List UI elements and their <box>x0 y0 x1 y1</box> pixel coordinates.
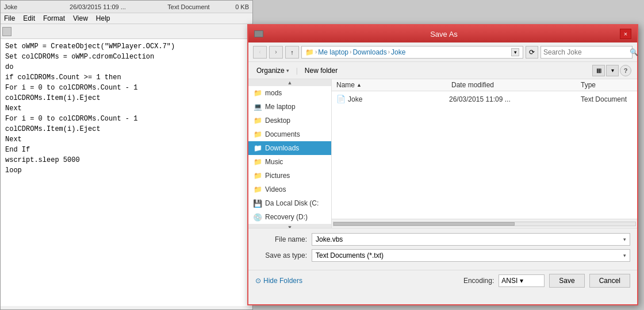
search-input[interactable] <box>543 48 630 56</box>
help-button[interactable]: ? <box>620 65 631 76</box>
encoding-dropdown-arrow: ▾ <box>520 277 523 285</box>
nav-item-ddrive[interactable]: 💿 Recovery (D:) <box>248 210 331 224</box>
path-joke[interactable]: Joke <box>391 48 405 56</box>
file-cell-type: Text Document <box>581 95 632 103</box>
nav-label-music: Music <box>265 158 283 166</box>
search-icon[interactable]: 🔍 <box>630 48 638 56</box>
col-name[interactable]: Name ▲ <box>336 81 451 89</box>
folder-icon-documents: 📁 <box>253 130 262 139</box>
encoding-value: ANSI <box>501 277 518 285</box>
savetype-row: Save as type: Text Documents (*.txt) ▾ <box>255 249 630 262</box>
view-toggle: ▦ ▾ ? <box>592 65 631 76</box>
editor-title-bar: Joke 26/03/2015 11:09 ... Text Document … <box>1 1 252 13</box>
dialog-title-icon <box>254 30 263 37</box>
save-button[interactable]: Save <box>549 274 584 288</box>
nav-item-downloads[interactable]: 📁 Downloads <box>248 141 331 155</box>
col-type[interactable]: Type <box>581 81 632 89</box>
dialog-footer: ⊙ Hide Folders Encoding: ANSI ▾ Save Can… <box>248 270 637 291</box>
path-bar[interactable]: 📁 › Me laptop › Downloads › Joke ▾ <box>301 46 523 59</box>
code-line-4: if colCDROMs.Count >= 1 then <box>5 72 248 83</box>
filename-input[interactable]: Joke.vbs ▾ <box>312 233 630 246</box>
dialog-nav-toolbar: ‹ › ↑ 📁 › Me laptop › Downloads › Joke ▾… <box>248 42 637 62</box>
path-dropdown-arrow[interactable]: ▾ <box>511 48 519 56</box>
footer-right: Encoding: ANSI ▾ Save Cancel <box>463 274 630 288</box>
savetype-value: Text Documents (*.txt) <box>316 251 384 259</box>
dialog-title-text: Save As <box>268 30 620 38</box>
refresh-button[interactable]: ⟳ <box>526 46 538 59</box>
editor-title-filename: Joke <box>4 3 39 10</box>
nav-label-downloads: Downloads <box>265 144 299 152</box>
nav-item-cdrive[interactable]: 💾 Da Local Disk (C: <box>248 196 331 210</box>
view-dropdown-button[interactable]: ▾ <box>606 65 619 76</box>
dialog-close-button[interactable]: × <box>620 29 631 39</box>
menu-format[interactable]: Format <box>43 14 65 22</box>
col-date-label: Date modified <box>451 81 494 89</box>
hide-folders-label: Hide Folders <box>263 277 302 285</box>
new-folder-button[interactable]: New folder <box>302 65 340 76</box>
editor-title-type: Text Document <box>157 3 220 10</box>
up-button[interactable]: ↑ <box>285 46 299 59</box>
organize-label: Organize <box>256 67 285 75</box>
path-downloads[interactable]: Downloads <box>352 48 386 56</box>
toolbar-icon <box>2 27 12 36</box>
forward-button[interactable]: › <box>269 46 283 59</box>
folder-icon-downloads: 📁 <box>253 144 262 153</box>
menu-edit[interactable]: Edit <box>23 14 35 22</box>
view-list-button[interactable]: ▦ <box>592 65 605 76</box>
col-name-label: Name <box>336 81 355 89</box>
code-line-2: Set colCDROMs = oWMP.cdromCollection <box>5 52 248 62</box>
horizontal-scrollbar[interactable] <box>332 219 637 228</box>
drive-icon-c: 💾 <box>253 199 262 208</box>
text-editor-window: Joke 26/03/2015 11:09 ... Text Document … <box>0 0 253 310</box>
nav-label-mods: mods <box>265 89 282 97</box>
back-button[interactable]: ‹ <box>253 46 267 59</box>
menu-file[interactable]: File <box>4 14 15 22</box>
file-list-header: Name ▲ Date modified Type <box>332 79 637 91</box>
cancel-button[interactable]: Cancel <box>589 274 630 288</box>
file-name-joke: Joke <box>348 95 362 103</box>
folder-icon-music: 📁 <box>253 157 262 166</box>
menu-view[interactable]: View <box>73 14 88 22</box>
hide-folders-button[interactable]: ⊙ Hide Folders <box>255 277 302 285</box>
editor-toolbar <box>1 24 252 39</box>
nav-item-music[interactable]: 📁 Music <box>248 155 331 169</box>
nav-scroll-up[interactable]: ▲ <box>248 79 331 86</box>
nav-item-documents[interactable]: 📁 Documents <box>248 127 331 141</box>
file-cell-name: 📄 Joke <box>336 95 449 104</box>
organize-dropdown-icon: ▾ <box>286 68 289 73</box>
code-line-5: For i = 0 to colCDROMs.Count - 1 <box>5 83 248 93</box>
nav-item-melaptop[interactable]: 💻 Me laptop <box>248 100 331 114</box>
encoding-select[interactable]: ANSI ▾ <box>499 274 545 287</box>
nav-label-pictures: Pictures <box>265 172 290 180</box>
encoding-label: Encoding: <box>463 277 494 285</box>
filename-dropdown-arrow: ▾ <box>623 237 626 242</box>
file-panel: Name ▲ Date modified Type 📄 Joke 26/03/2… <box>332 79 637 228</box>
nav-item-desktop[interactable]: 📁 Desktop <box>248 114 331 127</box>
file-row-joke[interactable]: 📄 Joke 26/03/2015 11:09 ... Text Documen… <box>332 92 637 106</box>
savetype-input[interactable]: Text Documents (*.txt) ▾ <box>312 249 630 262</box>
editor-title-size: 0 KB <box>220 3 249 10</box>
sort-arrow: ▲ <box>356 82 362 88</box>
nav-item-videos[interactable]: 📁 Videos <box>248 183 331 196</box>
folder-icon-mods: 📁 <box>253 88 262 98</box>
path-root: 📁 <box>305 48 314 56</box>
hide-folders-icon: ⊙ <box>255 277 261 285</box>
scroll-track <box>333 222 636 226</box>
editor-content: Set oWMP = CreateObject("WMPlayer.OCX.7"… <box>1 39 252 306</box>
menu-help[interactable]: Help <box>96 14 110 22</box>
nav-scroll-down[interactable]: ▼ <box>248 224 331 228</box>
editor-title-date: 26/03/2015 11:09 ... <box>39 3 157 10</box>
filename-value: Joke.vbs <box>316 235 343 243</box>
editor-menu: File Edit Format View Help <box>1 13 252 24</box>
nav-label-documents: Documents <box>265 130 300 138</box>
nav-item-mods[interactable]: 📁 mods <box>248 86 331 100</box>
folder-icon: 📁 <box>305 48 314 56</box>
col-date-modified[interactable]: Date modified <box>451 81 581 89</box>
path-separator-3: › <box>388 49 390 55</box>
nav-item-pictures[interactable]: 📁 Pictures <box>248 169 331 183</box>
organize-button[interactable]: Organize ▾ <box>254 65 292 76</box>
toolbar-divider: | <box>296 67 298 75</box>
filename-row: File name: Joke.vbs ▾ <box>255 233 630 246</box>
nav-label-cdrive: Da Local Disk (C: <box>265 199 319 207</box>
path-me-laptop[interactable]: Me laptop <box>318 48 348 56</box>
